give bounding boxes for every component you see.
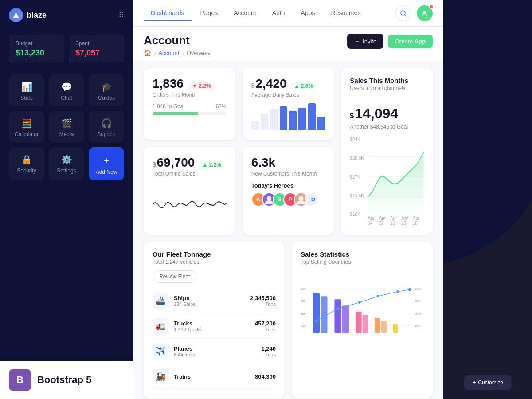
budget-value: $13,230 [16,48,58,58]
sidebar-item-support[interactable]: 🎧 Support [89,111,124,143]
progress-text: 1,048 to Goal [153,103,184,110]
svg-point-36 [377,295,379,298]
planes-icon: ✈️ [153,343,168,359]
sidebar-item-chat[interactable]: 💬 Chat [49,74,84,106]
ships-name: Ships [174,295,250,301]
top-nav: Dashboards Pages Account Auth Apps Resou… [133,0,443,27]
bar-4 [280,106,287,130]
bar-7 [308,103,316,130]
tab-account[interactable]: Account [227,6,263,21]
svg-text:800: 800 [301,287,306,290]
sidebar-item-security[interactable]: 🔒 Security [9,147,44,180]
spent-value: $7,057 [75,48,117,58]
calculator-icon: 🧮 [21,118,32,129]
online-sales-card: $ 69,700 ▲ 2.2% Total Online Sales [144,147,235,235]
sidebar-item-label: Security [17,168,36,174]
top-nav-right [395,5,433,21]
sales-stats-subtitle: Top Selling Countries [301,259,424,265]
customize-button[interactable]: ✦ Customize [464,375,511,390]
ships-sub: 234 Ships [174,301,250,307]
sidebar-item-calculator[interactable]: 🧮 Calculator [9,111,44,143]
trains-icon: 🚂 [153,368,168,384]
sales-line-chart [368,137,424,217]
search-button[interactable] [395,5,411,21]
svg-rect-24 [313,293,320,333]
ships-info: Ships 234 Ships [174,295,250,307]
invite-label: Invite [363,38,376,45]
sidebar-item-add-new[interactable]: ＋ Add New [89,147,124,180]
menu-icon[interactable]: ⠿ [118,10,124,20]
svg-point-35 [358,301,361,304]
bar-3 [270,109,278,130]
trains-value: 804,300 [255,373,276,380]
tab-pages[interactable]: Pages [193,6,225,21]
sidebar-item-guides[interactable]: 🎓 Guides [89,74,124,106]
tab-auth[interactable]: Auth [265,6,292,21]
support-icon: 🎧 [101,118,112,129]
sales-stats-chart: 800 600 400 200 100% 80% 60% 40% [301,270,424,359]
sidebar-item-media[interactable]: 🎬 Media [49,111,84,143]
spent-card: Spent $7,057 [69,35,124,63]
bootstrap-badge: B Bootstrap 5 [0,361,133,399]
customers-card: 6.3k New Customers This Month Today's He… [243,147,334,235]
customers-value: 6.3k [251,156,325,170]
svg-point-9 [266,196,271,201]
tab-apps[interactable]: Apps [294,6,322,21]
nav-grid: 📊 Stats 💬 Chat 🎓 Guides 🧮 Calculator 🎬 M… [0,70,133,185]
sidebar-item-stats[interactable]: 📊 Stats [9,74,44,106]
media-icon: 🎬 [61,118,72,129]
security-icon: 🔒 [21,154,32,165]
sales-chart-container: $24K $20.5K $17K $13.5K $10K [350,137,424,226]
invite-button[interactable]: ＋ Invite [347,34,383,49]
nav-tabs: Dashboards Pages Account Auth Apps Resou… [144,6,368,21]
svg-text:400: 400 [301,312,306,315]
online-prefix: $ [153,161,156,168]
main-stats-area: 1,836 ▼ 2.2% Orders This Month 1,048 to … [144,68,433,235]
tab-dashboards[interactable]: Dashboards [144,6,192,21]
svg-text:600: 600 [301,300,306,303]
svg-rect-32 [393,324,398,333]
create-app-button[interactable]: Create App [388,35,433,48]
svg-rect-28 [356,312,362,333]
daily-prefix: $ [251,82,255,89]
trains-values: 804,300 [255,373,276,380]
review-fleet-button[interactable]: Review Fleet [153,270,196,283]
progress-fill [153,112,198,115]
breadcrumb: 🏠 › Account › Overwiev [144,49,211,56]
orders-progress: 1,048 to Goal 62% [153,103,227,115]
sidebar: blaze ⠿ Budget $13,230 Spent $7,057 📊 St… [0,0,133,399]
progress-label: 1,048 to Goal 62% [153,103,227,110]
planes-values: 1,240 Tons [261,345,276,357]
online-value: 69,700 [157,156,195,170]
hero-more: +42 [305,192,319,207]
breadcrumb-account[interactable]: Account [158,50,179,56]
dark-wave [443,0,532,266]
bar-6 [298,108,306,130]
trucks-icon: 🚛 [153,318,168,334]
sidebar-item-settings[interactable]: ⚙️ Settings [49,147,84,180]
sales-big-value: 14,094 [355,106,398,122]
svg-rect-29 [363,315,368,333]
user-avatar-button[interactable] [417,5,433,21]
fleet-subtitle: Total 1,247 vehicles [153,259,276,265]
right-panel: ✦ Customize [443,0,532,399]
sidebar-item-label: Stats [20,95,32,101]
svg-rect-30 [375,318,380,333]
fleet-title: Our Fleet Tonnage [153,250,276,258]
planes-value: 1,240 [261,345,276,352]
trucks-values: 457,200 Tons [255,320,276,332]
tab-resources[interactable]: Resources [324,6,368,21]
svg-point-0 [401,11,405,15]
online-badge: ▲ 2.2% [199,161,224,169]
fleet-item-trucks: 🚛 Trucks 1,460 Trucks 457,200 Tons [153,313,276,339]
page-header: Account 🏠 › Account › Overwiev ＋ Invite … [133,27,443,61]
daily-badge: ▲ 2.6% [291,82,317,90]
bottom-grid: Our Fleet Tonnage Total 1,247 vehicles R… [144,242,433,398]
wavy-chart [153,188,227,223]
svg-text:200: 200 [301,325,306,328]
ships-unit: Tons [250,301,276,307]
svg-text:100%: 100% [415,287,422,290]
svg-point-33 [315,320,318,322]
progress-pct: 62% [216,103,227,110]
heroes-avatars: A S P +42 [251,192,325,207]
